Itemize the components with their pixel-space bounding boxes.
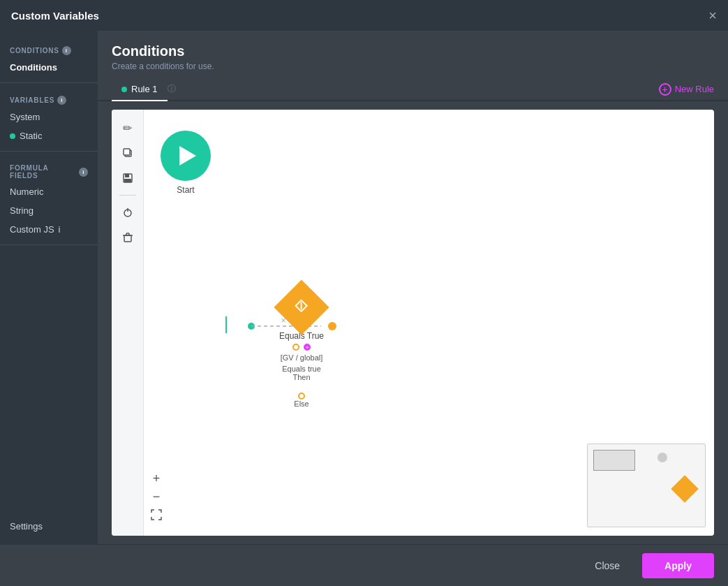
sidebar-divider-2	[0, 151, 98, 152]
then-label: Then	[292, 373, 310, 381]
trash-icon[interactable]	[117, 226, 139, 249]
sidebar-divider-1	[0, 82, 98, 83]
plus-circle-icon: +	[659, 83, 671, 96]
play-icon	[179, 146, 196, 166]
conditions-info-icon[interactable]: i	[62, 46, 71, 55]
condition-info-1: [GV / global]	[281, 353, 323, 362]
add-port[interactable]: +	[304, 344, 311, 351]
custom-js-info-icon[interactable]: i	[59, 224, 61, 235]
modal-body: CONDITIONS i Conditions VARIABLES i Syst…	[0, 31, 728, 544]
svg-rect-7	[124, 235, 131, 242]
decision-node[interactable]	[274, 279, 329, 335]
custom-variables-modal: Custom Variables × CONDITIONS i Conditio…	[0, 0, 728, 586]
formula-section-label: FORMULA FIELDS i	[0, 157, 98, 182]
tab-rule1[interactable]: Rule 1	[112, 78, 168, 101]
new-rule-button[interactable]: + New Rule	[659, 83, 714, 96]
save-icon[interactable]	[117, 167, 139, 189]
sidebar-item-string[interactable]: String	[0, 201, 98, 220]
conditions-section-label: CONDITIONS i	[0, 39, 98, 58]
close-button[interactable]: Close	[581, 555, 634, 577]
sidebar-item-system[interactable]: System	[0, 108, 98, 126]
modal-footer: Close Apply	[0, 544, 728, 586]
svg-point-12	[248, 323, 255, 330]
close-icon[interactable]: ×	[708, 8, 717, 22]
then-port-row: +	[292, 344, 311, 351]
zoom-in-button[interactable]: +	[148, 470, 165, 487]
page-subtitle: Create a conditions for use.	[112, 61, 714, 71]
toolbar-separator	[119, 195, 136, 196]
modal-title: Custom Variables	[11, 10, 99, 22]
sidebar-item-conditions[interactable]: Conditions	[0, 58, 98, 77]
svg-rect-1	[124, 149, 130, 155]
sidebar-item-static[interactable]: Static	[0, 126, 98, 145]
svg-rect-4	[124, 179, 131, 182]
tabs-bar: Rule 1 ⓘ + New Rule	[98, 78, 728, 101]
canvas-toolbar: ✏	[112, 110, 144, 536]
minimap-decision-node	[671, 475, 699, 503]
sidebar-item-custom-js[interactable]: Custom JS i	[0, 220, 98, 239]
main-content: Conditions Create a conditions for use. …	[98, 31, 728, 544]
page-title: Conditions	[112, 43, 714, 59]
sidebar-item-numeric[interactable]: Numeric	[0, 182, 98, 201]
sidebar-divider-3	[0, 244, 98, 245]
minimap	[587, 444, 706, 527]
decision-icon	[295, 299, 309, 316]
else-port[interactable]	[298, 393, 305, 400]
pencil-icon[interactable]: ✏	[117, 117, 139, 139]
zoom-out-button[interactable]: −	[148, 488, 165, 505]
power-icon[interactable]	[117, 201, 139, 224]
formula-info-icon[interactable]: i	[79, 168, 88, 177]
minimap-start-node	[658, 453, 667, 462]
canvas-wrapper: ✏	[112, 110, 714, 536]
apply-button[interactable]: Apply	[642, 553, 714, 578]
then-port[interactable]	[292, 344, 299, 351]
variables-section-label: VARIABLES i	[0, 89, 98, 108]
sidebar-item-settings[interactable]: Settings	[0, 517, 98, 536]
start-node[interactable]	[161, 131, 211, 181]
modal-header: Custom Variables ×	[0, 0, 728, 31]
else-port-row	[298, 393, 305, 400]
svg-rect-3	[125, 174, 129, 177]
minimap-viewport	[593, 450, 635, 471]
content-header: Conditions Create a conditions for use.	[98, 31, 728, 78]
variables-info-icon[interactable]: i	[57, 96, 66, 105]
sidebar: CONDITIONS i Conditions VARIABLES i Syst…	[0, 31, 98, 544]
else-label: Else	[294, 400, 309, 408]
static-dot	[10, 133, 15, 139]
zoom-controls: + −	[144, 466, 169, 527]
condition-info-2: Equals true	[282, 365, 321, 373]
tab-dot	[121, 87, 127, 92]
copy-icon[interactable]	[117, 142, 139, 164]
tab-info-icon[interactable]: ⓘ	[168, 83, 176, 95]
fit-button[interactable]	[148, 506, 165, 523]
start-label: Start	[177, 185, 194, 195]
svg-point-15	[328, 322, 336, 330]
